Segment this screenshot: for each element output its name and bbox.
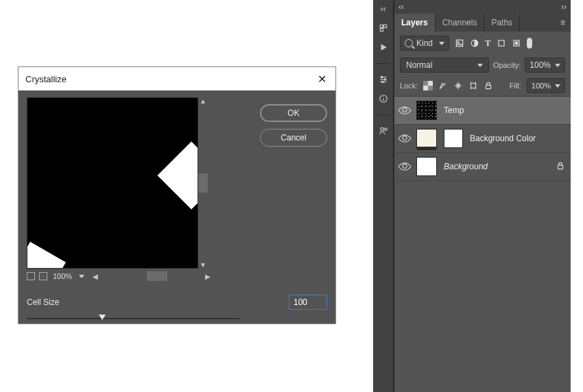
info-icon[interactable] [379, 94, 388, 103]
scroll-up-icon[interactable]: ▲ [200, 97, 206, 105]
cell-size-label: Cell Size [27, 297, 59, 307]
layer-row[interactable]: Background [394, 153, 571, 181]
cell-size-slider[interactable] [27, 314, 239, 323]
layer-list: Temp Background Color Background [394, 97, 571, 392]
layer-name[interactable]: Background [444, 162, 488, 171]
filter-type-icon[interactable]: T [485, 38, 491, 49]
lock-icon [556, 161, 565, 173]
h-scroll-thumb[interactable] [147, 271, 167, 281]
svg-rect-23 [428, 86, 433, 90]
preview-shape [158, 142, 198, 210]
scroll-left-icon[interactable]: ◀ [91, 273, 99, 280]
lock-artboard-icon[interactable] [468, 81, 478, 90]
fill-input[interactable]: 100% [527, 78, 565, 93]
filter-toggle[interactable] [527, 38, 532, 49]
opacity-label: Opacity: [493, 61, 521, 69]
slider-track [27, 318, 239, 319]
tab-layers[interactable]: Layers [394, 14, 436, 32]
panel-menu-icon[interactable]: ≡ [555, 14, 571, 32]
actions-icon[interactable] [379, 42, 388, 52]
layer-row[interactable]: Background Color [394, 125, 571, 153]
svg-rect-20 [515, 42, 518, 45]
dialog-title: Crystallize [25, 74, 67, 84]
panel-tabs: Layers Channels Paths ≡ [394, 14, 571, 32]
expand-panel-icon[interactable]: ›› [561, 2, 567, 12]
layer-name[interactable]: Temp [444, 106, 464, 115]
svg-point-14 [384, 128, 387, 131]
close-icon[interactable]: ✕ [315, 73, 329, 86]
properties-icon[interactable] [379, 75, 388, 84]
search-icon [405, 39, 413, 47]
layer-thumbnail[interactable] [416, 101, 437, 120]
slider-thumb[interactable] [99, 315, 106, 320]
svg-marker-3 [381, 44, 386, 50]
svg-rect-2 [380, 29, 383, 32]
crystallize-dialog: Crystallize ✕ ▲ ▼ [18, 66, 336, 324]
svg-rect-24 [471, 84, 476, 88]
preview-shape [27, 242, 66, 269]
dialog-titlebar[interactable]: Crystallize ✕ [19, 67, 335, 90]
zoom-out-icon[interactable] [27, 272, 35, 280]
zoom-fit-icon[interactable]: · [39, 272, 47, 280]
h-scroll-track[interactable] [102, 271, 201, 281]
filter-preview[interactable] [27, 97, 198, 269]
v-scroll-thumb[interactable] [198, 173, 208, 193]
svg-point-8 [384, 79, 385, 80]
chevron-down-icon [555, 84, 560, 88]
svg-rect-22 [423, 81, 428, 86]
svg-rect-1 [383, 25, 386, 27]
clone-source-icon[interactable] [379, 126, 388, 136]
layer-name[interactable]: Background Color [470, 134, 536, 143]
visibility-icon[interactable] [398, 160, 412, 173]
svg-point-12 [383, 97, 383, 97]
lock-pixels-icon[interactable] [438, 81, 448, 90]
history-icon[interactable] [379, 23, 388, 33]
zoom-dropdown-icon[interactable] [79, 275, 84, 278]
fill-label: Fill: [510, 82, 521, 90]
svg-rect-30 [558, 165, 563, 169]
lock-label: Lock: [400, 82, 418, 90]
cell-size-input[interactable] [289, 295, 327, 310]
v-scroll-track[interactable] [198, 106, 208, 260]
scroll-down-icon[interactable]: ▼ [200, 261, 206, 269]
svg-rect-15 [456, 40, 462, 46]
preview-bottom-bar: · 100% ◀ ▶ [27, 270, 212, 282]
filter-adjust-icon[interactable] [470, 38, 479, 48]
tab-paths[interactable]: Paths [484, 14, 520, 32]
layers-panel: ‹‹ ›› Layers Channels Paths ≡ Kind T [394, 0, 571, 392]
layer-row[interactable]: Temp [394, 97, 571, 125]
layer-mask-thumbnail[interactable] [444, 129, 463, 148]
svg-point-7 [381, 76, 382, 77]
chevron-down-icon [477, 64, 483, 67]
dock-strip: ‹‹ [373, 0, 394, 392]
ok-button[interactable]: OK [260, 104, 327, 122]
collapse-dock-icon[interactable]: ‹‹ [381, 4, 386, 14]
panel-area: ‹‹ ‹‹ ›› Layers Channels Paths ≡ Kind [373, 0, 571, 392]
chevron-down-icon [439, 42, 444, 45]
tab-channels[interactable]: Channels [436, 14, 485, 32]
visibility-icon[interactable] [398, 103, 412, 117]
scroll-right-icon[interactable]: ▶ [204, 273, 212, 280]
svg-point-16 [457, 42, 459, 43]
layer-thumbnail[interactable] [416, 129, 437, 148]
svg-point-13 [380, 127, 383, 131]
cancel-button[interactable]: Cancel [260, 129, 327, 147]
chevron-down-icon [555, 64, 560, 67]
preview-vertical-scrollbar[interactable]: ▲ ▼ [198, 97, 208, 269]
lock-transparent-icon[interactable] [423, 81, 433, 90]
dialog-body: ▲ ▼ · 100% ◀ [19, 90, 335, 323]
visibility-icon[interactable] [398, 132, 412, 145]
svg-rect-29 [486, 85, 491, 88]
filter-shape-icon[interactable] [497, 38, 506, 48]
filter-smart-icon[interactable] [512, 38, 521, 48]
lock-position-icon[interactable] [453, 81, 463, 90]
zoom-percent[interactable]: 100% [53, 272, 72, 280]
opacity-input[interactable]: 100% [525, 58, 565, 73]
filter-pixel-icon[interactable] [455, 38, 464, 48]
blend-mode-select[interactable]: Normal [400, 58, 489, 73]
layer-filter-kind[interactable]: Kind [400, 36, 449, 51]
layer-thumbnail[interactable] [416, 157, 437, 176]
lock-all-icon[interactable] [484, 81, 493, 90]
svg-rect-0 [380, 25, 383, 27]
collapse-panel-icon[interactable]: ‹‹ [398, 2, 404, 12]
